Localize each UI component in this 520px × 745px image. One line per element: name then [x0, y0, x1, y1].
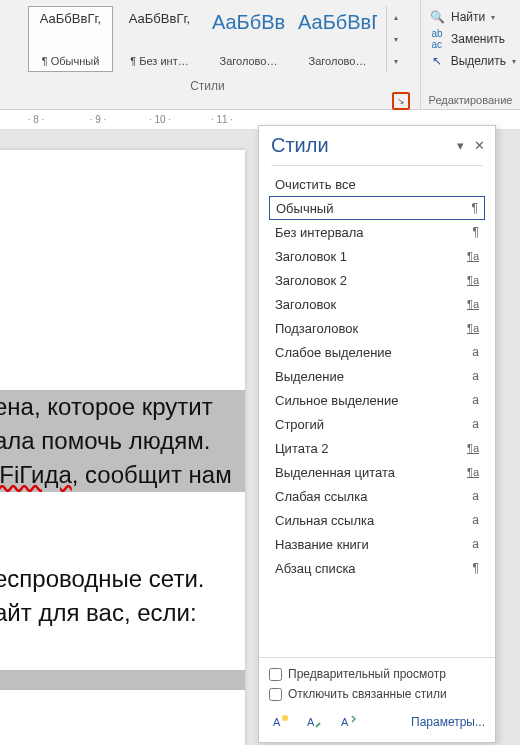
- style-row[interactable]: Заголовок 2¶a: [269, 268, 485, 292]
- style-preview: АаБбВв: [209, 11, 288, 34]
- style-row[interactable]: Выделенная цитата¶a: [269, 460, 485, 484]
- find-button[interactable]: 🔍 Найти ▾: [429, 6, 516, 28]
- style-tile[interactable]: АаБбВвЗаголово…: [206, 6, 291, 72]
- disable-linked-checkbox-input[interactable]: [269, 688, 282, 701]
- style-row[interactable]: Подзаголовок¶a: [269, 316, 485, 340]
- style-type-icon: ¶a: [461, 442, 479, 454]
- svg-point-1: [282, 715, 288, 721]
- style-type-icon: a: [461, 417, 479, 431]
- style-name: Сильная ссылка: [275, 513, 374, 528]
- style-row[interactable]: Сильная ссылкаa: [269, 508, 485, 532]
- gallery-more-icon[interactable]: ▾: [387, 50, 404, 72]
- styles-pane: Стили ▾ ✕ Очистить всеОбычный¶Без интерв…: [258, 125, 496, 743]
- style-row[interactable]: Цитата 2¶a: [269, 436, 485, 460]
- style-label: Заголово…: [298, 55, 377, 67]
- style-tile[interactable]: АаБбВвГЗаголово…: [295, 6, 380, 72]
- style-row[interactable]: Выделениеa: [269, 364, 485, 388]
- style-type-icon: ¶a: [461, 274, 479, 286]
- style-row[interactable]: Заголовок 1¶a: [269, 244, 485, 268]
- style-name: Без интервала: [275, 225, 364, 240]
- preview-checkbox[interactable]: Предварительный просмотр: [269, 664, 485, 684]
- new-style-button[interactable]: A: [269, 710, 293, 734]
- params-link[interactable]: Параметры...: [411, 715, 485, 729]
- style-name: Сильное выделение: [275, 393, 398, 408]
- page[interactable]: ена, которое крутит ала помочь людям. iF…: [0, 150, 245, 745]
- replace-label: Заменить: [451, 32, 505, 46]
- disable-linked-checkbox[interactable]: Отключить связанные стили: [269, 684, 485, 704]
- style-name: Заголовок 1: [275, 249, 347, 264]
- select-dropdown-icon[interactable]: ▾: [512, 57, 516, 66]
- style-type-icon: a: [461, 489, 479, 503]
- gallery-expand[interactable]: ▴ ▾ ▾: [386, 6, 404, 72]
- find-dropdown-icon[interactable]: ▾: [491, 13, 495, 22]
- style-name: Название книги: [275, 537, 369, 552]
- style-label: ¶ Без инт…: [120, 55, 199, 67]
- style-row[interactable]: Сильное выделениеa: [269, 388, 485, 412]
- gallery-up-icon[interactable]: ▴: [387, 6, 404, 28]
- style-type-icon: a: [461, 345, 479, 359]
- style-row[interactable]: Без интервала¶: [269, 220, 485, 244]
- style-type-icon: ¶a: [461, 298, 479, 310]
- style-label: ¶ Обычный: [31, 55, 110, 67]
- style-row[interactable]: Название книгиa: [269, 532, 485, 556]
- style-type-icon: ¶a: [461, 322, 479, 334]
- style-type-icon: ¶: [461, 561, 479, 575]
- preview-checkbox-input[interactable]: [269, 668, 282, 681]
- style-type-icon: a: [461, 513, 479, 527]
- doc-text: еспроводные сети.: [0, 562, 245, 596]
- select-button[interactable]: ↖ Выделить ▾: [429, 50, 516, 72]
- styles-group-label: Стили: [10, 72, 405, 97]
- search-icon: 🔍: [429, 9, 445, 25]
- pane-header: Стили ▾ ✕: [259, 126, 495, 161]
- ribbon: АаБбВвГг,¶ ОбычныйАаБбВвГг,¶ Без инт…АаБ…: [0, 0, 520, 110]
- disable-linked-checkbox-label: Отключить связанные стили: [288, 687, 447, 701]
- style-name: Выделение: [275, 369, 344, 384]
- gallery-down-icon[interactable]: ▾: [387, 28, 404, 50]
- select-label: Выделить: [451, 54, 506, 68]
- manage-styles-button[interactable]: A: [337, 710, 361, 734]
- style-list: Очистить всеОбычный¶Без интервала¶Заголо…: [259, 168, 495, 657]
- style-type-icon: a: [461, 369, 479, 383]
- doc-text: айт для вас, если:: [0, 596, 245, 630]
- style-name: Обычный: [276, 201, 333, 216]
- divider: [271, 165, 483, 166]
- style-type-icon: ¶a: [461, 250, 479, 262]
- pane-close-icon[interactable]: ✕: [474, 138, 485, 153]
- style-row[interactable]: Обычный¶: [269, 196, 485, 220]
- find-label: Найти: [451, 10, 485, 24]
- doc-text: ена, которое крутит: [0, 390, 245, 424]
- styles-dialog-launcher[interactable]: ↘: [392, 92, 410, 110]
- style-row[interactable]: Очистить все: [269, 172, 485, 196]
- style-label: Заголово…: [209, 55, 288, 67]
- style-name: Цитата 2: [275, 441, 329, 456]
- style-type-icon: a: [461, 393, 479, 407]
- style-name: Подзаголовок: [275, 321, 358, 336]
- style-row[interactable]: Заголовок¶a: [269, 292, 485, 316]
- style-row[interactable]: Строгийa: [269, 412, 485, 436]
- style-type-icon: ¶: [461, 225, 479, 239]
- style-name: Строгий: [275, 417, 324, 432]
- style-type-icon: a: [461, 537, 479, 551]
- style-inspector-button[interactable]: A: [303, 710, 327, 734]
- pane-title: Стили: [271, 134, 329, 157]
- style-name: Абзац списка: [275, 561, 356, 576]
- style-tile[interactable]: АаБбВвГг,¶ Обычный: [28, 6, 113, 72]
- style-name: Очистить все: [275, 177, 356, 192]
- spelling-error: iFiГида: [0, 461, 72, 488]
- pane-dropdown-icon[interactable]: ▾: [457, 138, 464, 153]
- style-row[interactable]: Абзац списка¶: [269, 556, 485, 580]
- pane-footer: Предварительный просмотр Отключить связа…: [259, 657, 495, 742]
- replace-button[interactable]: abac Заменить: [429, 28, 516, 50]
- style-row[interactable]: Слабая ссылкаa: [269, 484, 485, 508]
- svg-text:A: A: [273, 716, 281, 728]
- dialog-launcher-icon: ↘: [397, 96, 405, 106]
- replace-icon: abac: [429, 31, 445, 47]
- style-name: Слабая ссылка: [275, 489, 367, 504]
- cursor-icon: ↖: [429, 53, 445, 69]
- ruler-tick: · 9 ·: [72, 114, 124, 125]
- editing-group: 🔍 Найти ▾ abac Заменить ↖ Выделить ▾ Ред…: [420, 0, 520, 110]
- style-row[interactable]: Слабое выделениеa: [269, 340, 485, 364]
- style-tile[interactable]: АаБбВвГг,¶ Без инт…: [117, 6, 202, 72]
- ruler-tick: · 11 ·: [196, 114, 248, 125]
- style-preview: АаБбВвГг,: [31, 11, 110, 26]
